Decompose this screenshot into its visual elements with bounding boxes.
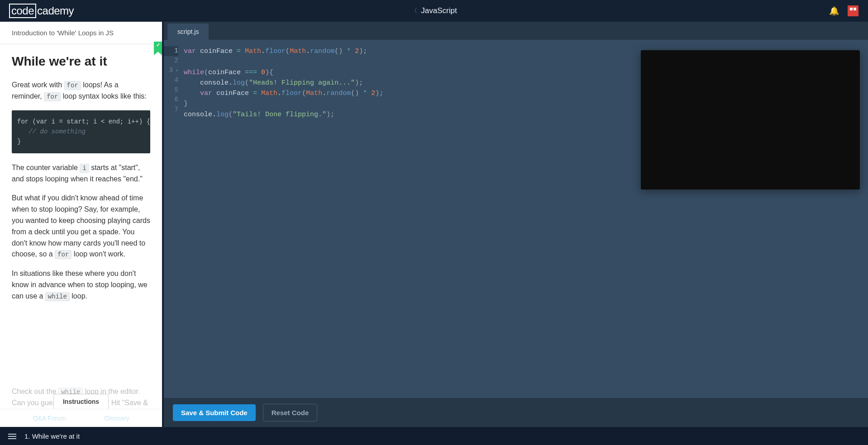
- lesson-paragraph: The counter variable i starts at "start"…: [12, 162, 150, 185]
- instructions-tab[interactable]: Instructions: [53, 394, 109, 409]
- lesson-paragraph: In situations like these where you don't…: [12, 268, 150, 302]
- inline-code: while: [45, 292, 70, 301]
- bottom-lesson-title: 1. While we're at it: [24, 432, 80, 440]
- logo[interactable]: codecademy: [9, 4, 74, 18]
- logo-boxed-text: code: [9, 4, 36, 18]
- menu-icon[interactable]: [8, 434, 16, 439]
- save-submit-button[interactable]: Save & Submit Code: [173, 404, 256, 421]
- code-example-block: for (var i = start; i < end; i++) { // d…: [12, 110, 150, 153]
- lesson-breadcrumb: Introduction to 'While' Loops in JS: [12, 29, 114, 37]
- lesson-content[interactable]: While we're at it Great work with for lo…: [0, 44, 162, 409]
- line-number: 3 ▾: [164, 66, 178, 76]
- lesson-paragraph: Great work with for loops! As a reminder…: [12, 80, 150, 102]
- line-number: 2: [164, 56, 178, 66]
- lesson-title: While we're at it: [12, 54, 150, 69]
- avatar-pixel-art: [848, 5, 858, 16]
- course-breadcrumb[interactable]: 〈 JavaScript: [411, 6, 457, 15]
- output-console[interactable]: [641, 50, 860, 189]
- bell-icon[interactable]: 🔔: [829, 6, 839, 16]
- course-name: JavaScript: [421, 6, 457, 15]
- editor-footer: Save & Submit Code Reset Code: [164, 398, 868, 427]
- bottom-bar: 1. While we're at it: [0, 427, 868, 445]
- lesson-panel: Introduction to 'While' Loops in JS Whil…: [0, 22, 162, 427]
- lesson-header: Introduction to 'While' Loops in JS: [0, 22, 162, 44]
- line-number: 5: [164, 85, 178, 95]
- line-number: 6: [164, 95, 178, 105]
- reset-code-button[interactable]: Reset Code: [263, 404, 318, 421]
- main-area: Introduction to 'While' Loops in JS Whil…: [0, 22, 868, 427]
- inline-code: i: [80, 164, 89, 173]
- editor-area: script.js 1 2 3 ▾ 4 5 6 7 var coinFace =…: [162, 22, 868, 427]
- line-number: 4: [164, 76, 178, 85]
- fold-marker-icon[interactable]: ▾: [173, 68, 178, 73]
- logo-rest-text: cademy: [37, 5, 74, 17]
- glossary-link[interactable]: Glossary: [104, 415, 129, 422]
- inline-code: for: [55, 250, 72, 259]
- file-tab-bar: script.js: [164, 22, 868, 40]
- file-tab[interactable]: script.js: [167, 24, 209, 40]
- avatar[interactable]: [847, 5, 859, 17]
- inline-code: for: [44, 92, 61, 101]
- lesson-paragraph: But what if you didn't know ahead of tim…: [12, 193, 150, 260]
- line-number: 1: [164, 46, 178, 56]
- line-number-gutter: 1 2 3 ▾ 4 5 6 7: [164, 46, 184, 398]
- inline-code: for: [64, 81, 81, 90]
- lesson-footer-links: Q&A Forum Glossary: [0, 409, 162, 427]
- qa-forum-link[interactable]: Q&A Forum: [33, 415, 66, 422]
- top-navbar: codecademy 〈 JavaScript 🔔: [0, 0, 868, 22]
- chevron-left-icon: 〈: [411, 7, 417, 15]
- line-number: 7: [164, 105, 178, 115]
